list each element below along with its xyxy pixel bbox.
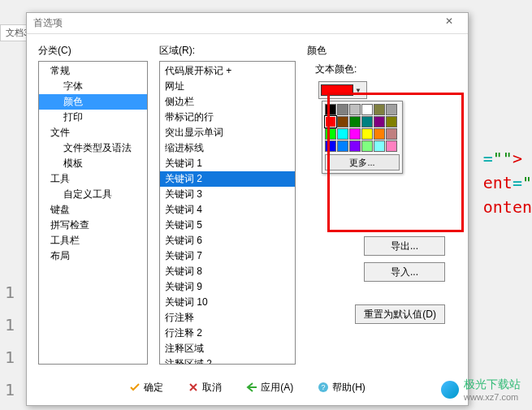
- tree-item[interactable]: 工具: [39, 171, 147, 187]
- apply-arrow-icon: [246, 382, 257, 393]
- text-color-label: 文本颜色:: [315, 63, 456, 76]
- list-item[interactable]: 网址: [160, 79, 295, 94]
- list-item[interactable]: 缩进标线: [160, 140, 295, 156]
- palette-color[interactable]: [374, 140, 385, 152]
- tree-item[interactable]: 模板: [39, 156, 147, 171]
- palette-color[interactable]: [386, 140, 397, 152]
- dialog-footer: 确定 取消 应用(A) ? 帮助(H): [27, 378, 468, 397]
- dialog-title: 首选项: [33, 16, 63, 30]
- tree-item[interactable]: 常规: [39, 63, 147, 79]
- palette-color[interactable]: [325, 128, 336, 140]
- help-icon: ?: [318, 382, 329, 393]
- palette-color[interactable]: [361, 116, 373, 127]
- palette-color[interactable]: [361, 104, 373, 115]
- tree-item[interactable]: 打印: [39, 110, 147, 125]
- list-item[interactable]: 带标记的行: [160, 110, 295, 125]
- tree-item[interactable]: 文件类型及语法: [39, 140, 147, 156]
- palette-color[interactable]: [325, 140, 336, 152]
- list-item[interactable]: 突出显示单词: [160, 125, 295, 140]
- list-item[interactable]: 关键词 1: [160, 156, 295, 171]
- cross-icon: [188, 382, 199, 393]
- list-item[interactable]: 行注释: [160, 310, 295, 326]
- palette-color[interactable]: [349, 140, 361, 152]
- palette-color[interactable]: [374, 116, 385, 127]
- tree-item[interactable]: 文件: [39, 125, 147, 140]
- list-item[interactable]: 注释区域: [160, 341, 295, 356]
- list-item[interactable]: 关键词 8: [160, 264, 295, 279]
- palette-color[interactable]: [374, 104, 385, 115]
- export-button[interactable]: 导出...: [364, 236, 445, 256]
- tree-item[interactable]: 字体: [39, 79, 147, 94]
- cancel-label: 取消: [202, 381, 222, 395]
- list-item[interactable]: 侧边栏: [160, 94, 295, 110]
- list-item[interactable]: 关键词 6: [160, 233, 295, 248]
- category-label: 分类(C): [38, 44, 148, 58]
- palette-color[interactable]: [337, 104, 348, 115]
- list-item[interactable]: 代码展开标记 +: [160, 63, 295, 79]
- watermark-brand: 极光下载站: [464, 378, 521, 392]
- apply-label: 应用(A): [261, 381, 293, 395]
- palette-color[interactable]: [337, 140, 348, 152]
- help-button[interactable]: ? 帮助(H): [313, 378, 370, 397]
- list-item[interactable]: 关键词 4: [160, 202, 295, 218]
- palette-color[interactable]: [325, 116, 336, 127]
- preferences-dialog: 首选项 ✕ 分类(C) 常规字体颜色打印文件文件类型及语法模板工具自定义工具键盘…: [26, 12, 469, 406]
- region-list[interactable]: 代码展开标记 +网址侧边栏带标记的行突出显示单词缩进标线关键词 1关键词 2关键…: [159, 61, 296, 365]
- list-item[interactable]: 注释区域 2: [160, 356, 295, 365]
- list-item[interactable]: 关键词 7: [160, 248, 295, 264]
- palette-color[interactable]: [337, 128, 348, 140]
- text-color-button[interactable]: ▼: [318, 81, 367, 99]
- ok-label: 确定: [144, 381, 163, 395]
- reset-defaults-button[interactable]: 重置为默认值(D): [355, 304, 445, 324]
- palette-color[interactable]: [374, 128, 385, 140]
- color-section-label: 颜色: [307, 44, 456, 58]
- color-palette-popup: 更多...: [322, 101, 403, 174]
- palette-color[interactable]: [349, 104, 361, 115]
- list-item[interactable]: 关键词 3: [160, 187, 295, 202]
- list-item[interactable]: 关键词 2: [160, 171, 295, 187]
- palette-color[interactable]: [386, 128, 397, 140]
- cancel-button[interactable]: 取消: [183, 378, 227, 397]
- svg-text:?: ?: [322, 383, 326, 391]
- list-item[interactable]: 行注释 2: [160, 326, 295, 341]
- palette-grid[interactable]: [325, 104, 400, 152]
- watermark-url: www.xz7.com: [464, 392, 521, 402]
- palette-color[interactable]: [349, 128, 361, 140]
- list-item[interactable]: 关键词 5: [160, 218, 295, 233]
- palette-color[interactable]: [337, 116, 348, 127]
- watermark: 极光下载站 www.xz7.com: [441, 378, 521, 402]
- tree-item[interactable]: 拼写检查: [39, 218, 147, 233]
- tree-item[interactable]: 工具栏: [39, 233, 147, 248]
- import-button[interactable]: 导入...: [364, 262, 445, 282]
- palette-color[interactable]: [386, 104, 397, 115]
- tree-item[interactable]: 布局: [39, 248, 147, 264]
- list-item[interactable]: 关键词 10: [160, 295, 295, 310]
- color-swatch: [321, 84, 353, 96]
- palette-color[interactable]: [349, 116, 361, 127]
- palette-color[interactable]: [361, 140, 373, 152]
- apply-button[interactable]: 应用(A): [241, 378, 298, 397]
- check-icon: [129, 382, 141, 393]
- watermark-logo-icon: [441, 381, 459, 399]
- category-tree[interactable]: 常规字体颜色打印文件文件类型及语法模板工具自定义工具键盘拼写检查工具栏布局: [38, 61, 148, 365]
- palette-color[interactable]: [325, 104, 336, 115]
- help-label: 帮助(H): [332, 381, 365, 395]
- tree-item[interactable]: 自定义工具: [39, 187, 147, 202]
- palette-color[interactable]: [361, 128, 373, 140]
- palette-color[interactable]: [386, 116, 397, 127]
- more-colors-button[interactable]: 更多...: [325, 154, 400, 170]
- tree-item[interactable]: 键盘: [39, 202, 147, 218]
- list-item[interactable]: 关键词 9: [160, 279, 295, 295]
- dropdown-arrow-icon: ▼: [353, 87, 363, 94]
- region-label: 区域(R):: [159, 44, 296, 58]
- close-button[interactable]: ✕: [437, 15, 461, 32]
- ok-button[interactable]: 确定: [124, 378, 168, 397]
- tree-item[interactable]: 颜色: [39, 94, 147, 110]
- titlebar: 首选项 ✕: [27, 13, 468, 34]
